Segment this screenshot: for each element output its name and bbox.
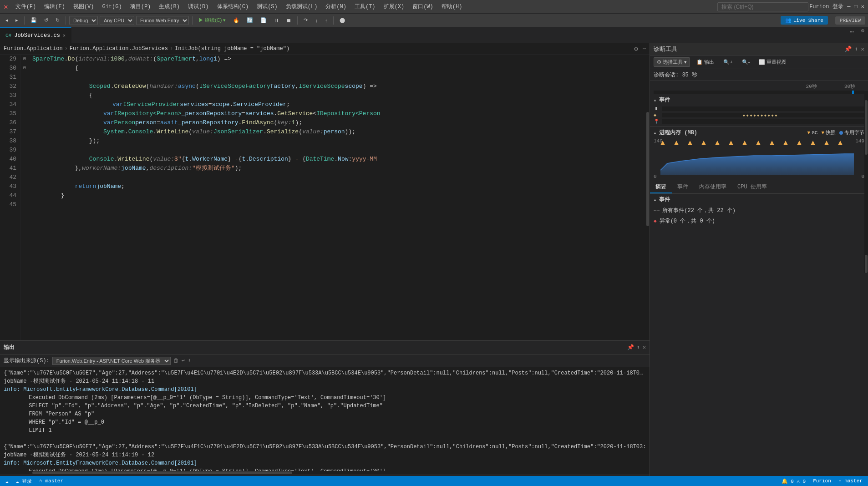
login-button[interactable]: 登录	[832, 3, 843, 10]
diag-reset-button[interactable]: ⬜ 重置视图	[756, 58, 789, 66]
output-wrap-icon[interactable]: ↩	[182, 357, 185, 364]
save-all-button[interactable]: 💾	[28, 16, 40, 24]
memory-section-header[interactable]: 进程内存 (MB)	[654, 129, 697, 137]
diag-scrollbar[interactable]	[864, 91, 868, 273]
menu-edit[interactable]: 编辑(E)	[41, 1, 69, 12]
menu-help[interactable]: 帮助(H)	[438, 1, 466, 12]
diag-tab-summary[interactable]: 摘要	[650, 181, 672, 193]
window-maximize-icon[interactable]: □	[854, 4, 858, 10]
debug-mode-select[interactable]: Debug	[69, 16, 98, 25]
menu-test[interactable]: 测试(S)	[253, 1, 281, 12]
menu-project[interactable]: 项目(P)	[127, 1, 155, 12]
output-content[interactable]: {"Name":"\u767E\u5C0F\u50E7","Age":27,"A…	[0, 367, 650, 471]
menu-build[interactable]: 生成(B)	[155, 1, 183, 12]
status-errors[interactable]: 🔔 0 △ 0	[780, 478, 808, 484]
menu-window[interactable]: 窗口(W)	[409, 1, 437, 12]
tab-expand-icon[interactable]: ⋯	[846, 27, 858, 43]
output-source-select[interactable]: Furion.Web.Entry - ASP.NET Core Web 服务器	[52, 357, 171, 365]
breadcrumb-sep1: ›	[65, 46, 68, 52]
status-connect-icon[interactable]: ☁	[4, 478, 10, 484]
tab-settings-icon[interactable]: ⚙	[858, 27, 868, 43]
breadcrumb-more-icon[interactable]: ⋯	[643, 46, 646, 52]
diag-float-icon[interactable]: ⬆	[854, 46, 858, 53]
collapse-32[interactable]: ⊟	[20, 64, 29, 73]
breadcrumb-namespace[interactable]: Furion.Application	[4, 46, 63, 52]
menu-loadtest[interactable]: 负载测试(L)	[282, 1, 321, 12]
diag-pin-icon[interactable]: 📌	[844, 46, 852, 53]
menu-git[interactable]: Git(G)	[98, 2, 125, 12]
stepout-button[interactable]: ↑	[322, 17, 330, 24]
stopall-button[interactable]: ⏹	[284, 17, 294, 24]
memory-legend: ▼ GC ▼ 快照 专用字节	[807, 129, 864, 136]
hotreload-button[interactable]: 📄	[258, 16, 269, 24]
diag-tab-events[interactable]: 事件	[672, 181, 694, 193]
code-scrollbar-thumb[interactable]	[646, 112, 649, 226]
diagnostics-panel: 诊断工具 📌 ⬆ ✕ ⚙ 选择工具 ▾ 📋 输出 🔍+ 🔍- ⬜ 重置视图	[650, 43, 868, 486]
breadcrumb-settings-icon[interactable]: ⚙	[634, 45, 638, 53]
undo-button[interactable]: ↺	[41, 16, 51, 24]
timeline-row-diamond: ◆ ◆ ◆ ◆ ◆ ◆ ◆ ◆ ◆ ◆ ◆	[654, 112, 864, 118]
diag-select-tool-button[interactable]: ⚙ 选择工具 ▾	[654, 57, 690, 67]
menu-tools[interactable]: 工具(T)	[351, 1, 379, 12]
output-hscrollbar-thumb[interactable]	[32, 471, 292, 474]
tab-icon: C#	[5, 33, 11, 38]
pause-button[interactable]: ⏸	[271, 17, 282, 24]
status-login[interactable]: ☁ 登录	[14, 478, 34, 485]
gc-triangle-icon: ▼	[807, 130, 811, 136]
output-follow-icon[interactable]: ⬇	[188, 357, 191, 364]
diag-scrollbar-thumb[interactable]	[865, 100, 868, 155]
pause-icon: ⏸	[654, 106, 660, 111]
status-branch[interactable]: ⑃ master	[37, 478, 65, 484]
stepinto-button[interactable]: ↓	[312, 17, 320, 24]
diag-tab-memory[interactable]: 内存使用率	[694, 181, 732, 193]
menu-analyze[interactable]: 分析(N)	[322, 1, 350, 12]
window-close-icon[interactable]: ✕	[861, 3, 864, 10]
events-list-header[interactable]: 事件	[654, 196, 864, 203]
cpu-select[interactable]: Any CPU	[100, 16, 134, 25]
redo-button[interactable]: ↻	[53, 16, 62, 24]
diag-tab-cpu[interactable]: CPU 使用率	[732, 181, 772, 193]
diag-zoomout-button[interactable]: 🔍-	[739, 58, 753, 66]
restart-button[interactable]: 🔄	[244, 16, 256, 24]
tab-jobservices[interactable]: C# JobServices.cs ✕	[0, 27, 71, 43]
live-share-button[interactable]: 👥 Live Share	[781, 16, 828, 25]
timeline-chart: 20秒 30秒 事件 ⏸ ◆	[650, 81, 868, 127]
entry-select[interactable]: Furion.Web.Entry	[136, 16, 189, 25]
status-master[interactable]: ⑃ master	[837, 478, 864, 484]
diag-zoomin-button[interactable]: 🔍+	[721, 58, 735, 66]
code-scrollbar[interactable]	[646, 55, 650, 340]
collapse-29[interactable]: ⊟	[20, 55, 29, 64]
menu-view[interactable]: 视图(V)	[70, 1, 98, 12]
forward-button[interactable]: ▸	[13, 16, 21, 24]
legend-private-label: 专用字节	[844, 129, 864, 136]
diag-scrollbar-thumb-2[interactable]	[865, 255, 868, 273]
output-pin-icon[interactable]: 📌	[627, 344, 634, 351]
breakpoints-button[interactable]: ⬤	[337, 16, 348, 24]
output-float-icon[interactable]: ⬆	[637, 344, 640, 351]
diag-output-button[interactable]: 📋 输出	[694, 58, 717, 66]
timeline-label-30: 30秒	[844, 83, 855, 90]
output-clear-icon[interactable]: 🗑	[173, 357, 179, 364]
status-bar: ☁ ☁ 登录 ⑃ master 🔔 0 △ 0 Furion ⑃ master	[0, 476, 868, 486]
stop-debug-button[interactable]: 🔥	[230, 16, 242, 24]
diag-close-icon[interactable]: ✕	[861, 46, 864, 53]
menu-file[interactable]: 文件(F)	[12, 1, 40, 12]
tab-close-icon[interactable]: ✕	[63, 33, 66, 38]
menu-arch[interactable]: 体系结构(C)	[213, 1, 253, 12]
code-content[interactable]: SpareTime.Do(interval: 1000, doWhat: (Sp…	[29, 55, 646, 340]
stepover-button[interactable]: ↷	[301, 16, 310, 24]
back-button[interactable]: ◂	[3, 16, 11, 24]
status-furion[interactable]: Furion	[811, 478, 833, 484]
search-input[interactable]	[717, 2, 808, 11]
output-hscrollbar[interactable]	[0, 471, 650, 475]
preview-button[interactable]: PREVIEW	[835, 16, 865, 25]
menu-debug[interactable]: 调试(D)	[184, 1, 213, 12]
window-minimize-icon[interactable]: —	[847, 4, 850, 10]
output-line-7: LIMIT 1	[4, 426, 646, 435]
output-close-icon[interactable]: ✕	[643, 344, 646, 351]
menu-extensions[interactable]: 扩展(X)	[380, 1, 408, 12]
events-section-header[interactable]: 事件	[654, 96, 864, 104]
continue-button[interactable]: ▶ 继续(C) ▾	[196, 16, 228, 25]
breadcrumb-method[interactable]: InitJob(string jobName = "jobName")	[175, 46, 289, 52]
breadcrumb-class[interactable]: Furion.Application.JobServices	[70, 46, 168, 52]
